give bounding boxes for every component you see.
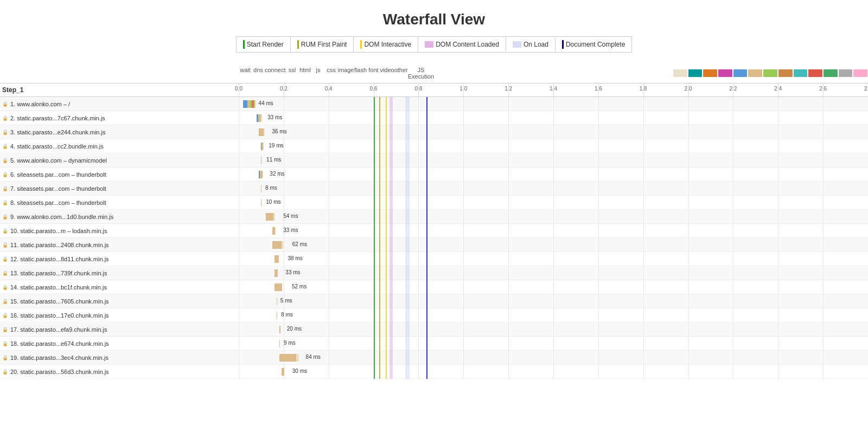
ms-label: 8 ms — [265, 185, 277, 191]
type-color-JS Execution — [853, 69, 867, 77]
lock-icon: 🔒 — [2, 369, 8, 375]
waterfall-bar — [261, 157, 264, 164]
waterfall-bar — [259, 171, 268, 178]
legend: Start RenderRUM First PaintDOM Interacti… — [236, 36, 633, 53]
legend-color-dom-content-loaded — [425, 41, 433, 48]
resource-row: 🔒4. static.parasto...cc2.bundle.min.js19… — [0, 139, 868, 153]
resource-row: 🔒5. www.alonko.com – dynamicmodel11 ms — [0, 153, 868, 167]
resource-row: 🔒17. static.parasto...efa9.chunk.min.js2… — [0, 323, 868, 337]
resource-name[interactable]: 13. static.parasto...739f.chunk.min.js — [10, 270, 107, 276]
type-label-other: other — [394, 66, 408, 81]
legend-label-dom-interactive: DOM Interactive — [364, 41, 411, 48]
ms-label: 10 ms — [266, 199, 280, 205]
ms-label: 30 ms — [292, 368, 307, 374]
legend-item-dom-interactive: DOM Interactive — [354, 37, 418, 52]
type-color-js — [748, 69, 762, 77]
type-color-connect — [703, 69, 717, 77]
resource-name[interactable]: 5. www.alonko.com – dynamicmodel — [10, 157, 107, 164]
type-label-dns: dns — [252, 66, 265, 81]
lock-icon: 🔒 — [2, 355, 8, 360]
type-label-css: css — [324, 66, 337, 81]
lock-icon: 🔒 — [2, 172, 8, 177]
ms-label: 38 ms — [288, 255, 302, 261]
type-label-JS Execution: JS Execution — [408, 66, 434, 81]
legend-color-dom-interactive — [360, 40, 362, 49]
resource-name[interactable]: 15. static.parasto...7605.chunk.min.js — [10, 298, 109, 305]
resource-name[interactable]: 4. static.parasto...cc2.bundle.min.js — [10, 143, 104, 150]
resource-name[interactable]: 17. static.parasto...efa9.chunk.min.js — [10, 326, 107, 333]
resource-name[interactable]: 9. www.alonko.com...1d0.bundle.min.js — [10, 214, 113, 220]
ms-label: 62 ms — [292, 241, 307, 247]
waterfall-bar — [243, 100, 257, 108]
lock-icon: 🔒 — [2, 158, 8, 163]
ms-label: 11 ms — [266, 157, 281, 163]
resource-row: 🔒1. www.alonko.com – /44 ms — [0, 97, 868, 111]
resource-name[interactable]: 11. static.parasto...2408.chunk.min.js — [10, 242, 109, 248]
legend-label-dom-content-loaded: DOM Content Loaded — [436, 41, 499, 48]
legend-label-rum-first-paint: RUM First Paint — [301, 41, 347, 48]
resource-row: 🔒14. static.parasto...bc1f.chunk.min.js5… — [0, 280, 868, 294]
type-label-flash: flash — [354, 66, 367, 81]
legend-color-on-load — [513, 41, 521, 48]
type-color-font — [808, 69, 822, 77]
ms-label: 36 ms — [272, 128, 286, 134]
ms-label: 54 ms — [283, 213, 298, 219]
resource-name[interactable]: 18. static.parasto...e674.chunk.min.js — [10, 340, 109, 347]
legend-label-document-complete: Document Complete — [566, 41, 625, 48]
type-color-wait — [673, 69, 687, 77]
waterfall-bar — [279, 340, 282, 347]
legend-label-start-render: Start Render — [247, 41, 284, 48]
type-color-other — [839, 69, 853, 77]
type-label-wait: wait — [239, 66, 252, 81]
step-label: Step_1 — [0, 86, 239, 94]
type-color-html — [733, 69, 748, 77]
waterfall-bar — [275, 269, 284, 277]
legend-item-start-render: Start Render — [237, 37, 291, 52]
resource-types-header: waitdnsconnectsslhtmljscssimageflashfont… — [0, 63, 868, 83]
lock-icon: 🔒 — [2, 200, 8, 205]
waterfall-bar — [275, 283, 290, 291]
resource-row: 🔒19. static.parasto...3ec4.chunk.min.js8… — [0, 351, 868, 365]
resource-name[interactable]: 20. static.parasto...56d3.chunk.min.js — [10, 369, 109, 375]
lock-icon: 🔒 — [2, 130, 8, 135]
lock-icon: 🔒 — [2, 270, 8, 276]
waterfall-bar — [279, 354, 304, 362]
resource-name[interactable]: 1. www.alonko.com – / — [10, 101, 70, 107]
waterfall-bar — [277, 298, 278, 305]
type-label-html: html — [298, 66, 311, 81]
lock-icon: 🔒 — [2, 214, 8, 220]
lock-icon: 🔒 — [2, 341, 8, 346]
resource-name[interactable]: 2. static.parasto...7c67.chunk.min.js — [10, 115, 105, 121]
resource-name[interactable]: 14. static.parasto...bc1f.chunk.min.js — [10, 284, 107, 291]
resource-name[interactable]: 19. static.parasto...3ec4.chunk.min.js — [10, 354, 108, 361]
resource-row: 🔒13. static.parasto...739f.chunk.min.js3… — [0, 266, 868, 280]
resource-row: 🔒8. siteassets.par...com – thunderbolt10… — [0, 196, 868, 210]
ms-label: 33 ms — [283, 227, 298, 233]
legend-item-dom-content-loaded: DOM Content Loaded — [418, 37, 506, 51]
type-label-js: js — [311, 66, 324, 81]
waterfall-bar — [279, 326, 285, 333]
ms-label: 44 ms — [259, 100, 273, 106]
resource-row: 🔒7. siteassets.par...com – thunderbolt8 … — [0, 182, 868, 196]
resource-name[interactable]: 8. siteassets.par...com – thunderbolt — [10, 199, 106, 206]
type-label-connect: connect — [265, 66, 286, 81]
resource-name[interactable]: 3. static.parasto...e244.chunk.min.js — [10, 129, 105, 136]
time-marker: 2.8 — [864, 86, 868, 92]
resource-name[interactable]: 12. static.parasto...8d11.chunk.min.js — [10, 256, 109, 262]
waterfall-bar — [275, 255, 286, 263]
resource-name[interactable]: 6. siteassets.par...com – thunderbolt — [10, 171, 106, 178]
lock-icon: 🔒 — [2, 327, 8, 332]
resource-row: 🔒3. static.parasto...e244.chunk.min.js36… — [0, 125, 868, 139]
ms-label: 84 ms — [306, 354, 321, 360]
resource-name[interactable]: 10. static.parasto...m – lodash.min.js — [10, 228, 107, 234]
resource-row: 🔒16. static.parasto...17e0.chunk.min.js8… — [0, 308, 868, 323]
lock-icon: 🔒 — [2, 299, 8, 304]
ms-label: 19 ms — [269, 143, 283, 149]
resource-name[interactable]: 16. static.parasto...17e0.chunk.min.js — [10, 312, 109, 319]
waterfall-bar — [272, 227, 282, 235]
lock-icon: 🔒 — [2, 101, 8, 107]
legend-item-on-load: On Load — [506, 37, 556, 51]
resource-name[interactable]: 7. siteassets.par...com – thunderbolt — [10, 185, 106, 192]
lock-icon: 🔒 — [2, 242, 8, 248]
type-label-font: font — [367, 66, 380, 81]
